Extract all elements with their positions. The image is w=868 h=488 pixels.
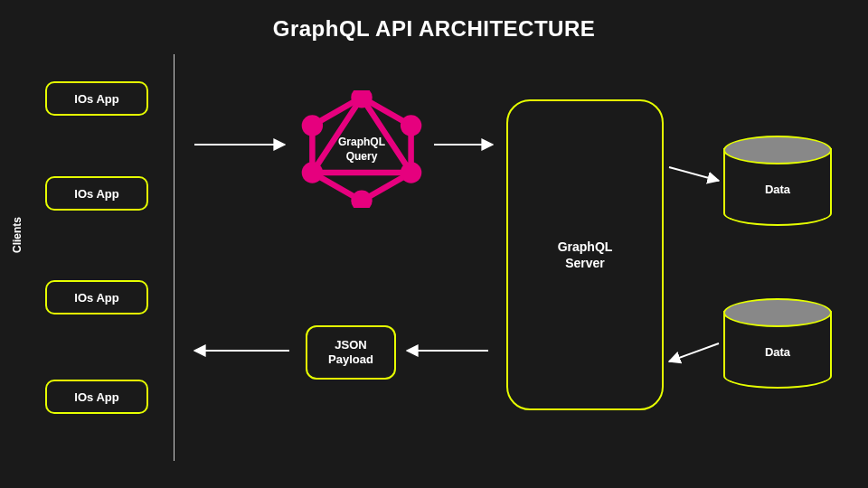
flow-arrows [0,0,868,488]
diagram-canvas: GraphQL API ARCHITECTURE Clients IOs App… [0,0,868,488]
arrow-server-to-db1 [669,167,719,181]
arrow-db2-to-server [669,343,719,361]
